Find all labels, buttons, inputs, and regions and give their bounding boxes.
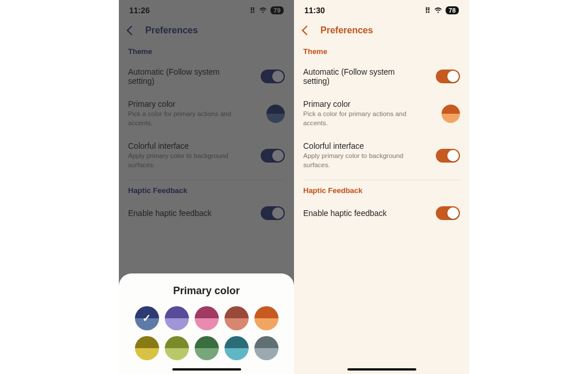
- navbar: Preferences: [119, 18, 294, 41]
- label-primary-color-sub: Pick a color for primary actions and acc…: [303, 110, 418, 128]
- home-indicator[interactable]: [172, 368, 241, 371]
- toggle-colorful[interactable]: [436, 149, 460, 163]
- page-title: Preferences: [320, 25, 373, 36]
- label-colorful-sub: Apply primary color to background surfac…: [128, 152, 243, 169]
- color-swatch-4[interactable]: [254, 306, 278, 330]
- primary-color-swatch[interactable]: [442, 105, 460, 123]
- label-haptic: Enable haptic feedback: [128, 209, 212, 218]
- section-title-haptic: Haptic Feedback: [303, 186, 460, 195]
- row-automatic: Automatic (Follow system setting): [128, 61, 285, 94]
- toggle-colorful[interactable]: [261, 149, 285, 163]
- color-swatch-9[interactable]: [254, 336, 278, 360]
- label-haptic: Enable haptic feedback: [303, 209, 387, 218]
- color-swatch-7[interactable]: [195, 336, 219, 360]
- label-automatic: Automatic (Follow system setting): [303, 67, 418, 86]
- color-swatch-2[interactable]: [195, 306, 219, 330]
- label-automatic: Automatic (Follow system setting): [128, 67, 243, 86]
- row-automatic: Automatic (Follow system setting): [303, 61, 460, 94]
- label-primary-color-sub: Pick a color for primary actions and acc…: [128, 110, 243, 128]
- back-icon[interactable]: [302, 26, 312, 36]
- battery-badge: 79: [270, 6, 284, 14]
- primary-color-sheet: Primary color ✓: [119, 273, 294, 374]
- status-bar: 11:26 ⠿ 79: [119, 0, 294, 18]
- check-icon: ✓: [135, 306, 159, 330]
- section-title-theme: Theme: [128, 47, 285, 56]
- phone-left: 11:26 ⠿ 79 Preferences Theme Automatic (…: [119, 0, 294, 374]
- row-primary-color[interactable]: Primary color Pick a color for primary a…: [303, 94, 460, 136]
- label-primary-color: Primary color: [128, 99, 243, 109]
- row-haptic: Enable haptic feedback: [128, 201, 285, 228]
- wifi-icon: [259, 6, 267, 15]
- color-swatch-3[interactable]: [225, 306, 249, 330]
- cellular-icon: ⠿: [250, 6, 256, 15]
- color-swatch-8[interactable]: [225, 336, 249, 360]
- back-icon[interactable]: [127, 26, 137, 36]
- label-colorful: Colorful interface: [303, 141, 418, 151]
- primary-color-swatch[interactable]: [266, 105, 285, 123]
- phone-right: 11:30 ⠿ 78 Preferences Theme Automatic (…: [294, 0, 469, 374]
- page-title: Preferences: [145, 25, 198, 36]
- cellular-icon: ⠿: [425, 6, 431, 15]
- label-colorful: Colorful interface: [128, 141, 243, 151]
- color-swatch-6[interactable]: [165, 336, 189, 360]
- toggle-haptic[interactable]: [436, 206, 460, 220]
- status-bar: 11:30 ⠿ 78: [294, 0, 469, 18]
- toggle-automatic[interactable]: [261, 70, 285, 83]
- battery-badge: 78: [446, 6, 459, 14]
- color-swatch-grid: ✓: [129, 306, 284, 360]
- section-title-theme: Theme: [303, 47, 460, 56]
- row-primary-color[interactable]: Primary color Pick a color for primary a…: [128, 94, 285, 136]
- color-swatch-0[interactable]: ✓: [135, 306, 159, 330]
- label-primary-color: Primary color: [303, 99, 418, 109]
- navbar: Preferences: [294, 18, 469, 41]
- home-indicator[interactable]: [347, 368, 416, 371]
- section-title-haptic: Haptic Feedback: [128, 186, 285, 195]
- divider: [128, 180, 285, 180]
- label-colorful-sub: Apply primary color to background surfac…: [303, 152, 418, 169]
- color-swatch-5[interactable]: [135, 336, 159, 360]
- clock: 11:30: [304, 6, 325, 15]
- row-haptic: Enable haptic feedback: [303, 201, 460, 228]
- row-colorful-interface: Colorful interface Apply primary color t…: [128, 136, 285, 178]
- divider: [303, 180, 460, 180]
- clock: 11:26: [129, 6, 150, 15]
- toggle-haptic[interactable]: [261, 206, 285, 220]
- color-swatch-1[interactable]: [165, 306, 189, 330]
- sheet-title: Primary color: [129, 285, 284, 297]
- toggle-automatic[interactable]: [436, 70, 460, 83]
- row-colorful-interface: Colorful interface Apply primary color t…: [303, 136, 460, 178]
- wifi-icon: [434, 6, 442, 15]
